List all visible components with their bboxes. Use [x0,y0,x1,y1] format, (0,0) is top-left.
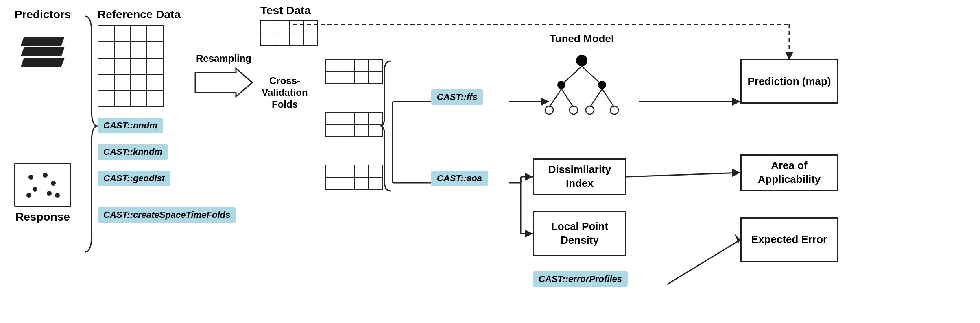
cast-nndm-box: CAST::nndm [98,118,163,133]
svg-marker-14 [525,173,533,181]
response-box [14,163,71,207]
resampling-label: Resampling [191,53,256,64]
svg-marker-20 [732,169,740,177]
lpd-label: Local Point Density [534,220,625,247]
cast-knndm-label: CAST::knndm [98,144,168,160]
reference-grid [98,25,164,107]
cv-folds-label-section: Cross-ValidationFolds [252,75,317,110]
resampling-arrow-svg [191,66,256,99]
tuned-model-tree-svg [537,48,626,130]
layers-icon [8,24,77,65]
dissimilarity-box: DissimilarityIndex [533,158,626,195]
cv-fold-1 [325,59,383,92]
cast-aoa-label: CAST::aoa [431,171,488,186]
prediction-label: Prediction (map) [747,75,831,88]
resampling-section: Resampling [191,53,256,100]
predictors-section: Predictors [8,8,77,73]
response-dots [22,171,63,199]
fold-grid-1 [325,59,383,84]
reference-data-label: Reference Data [98,8,181,21]
cast-ffs-box: CAST::ffs [431,89,483,105]
tuned-model-label: Tuned Model [537,33,626,45]
test-data-label: Test Data [260,4,318,17]
cast-geodist-box: CAST::geodist [98,171,170,186]
cast-createspacetimefolds-box: CAST::createSpaceTimeFolds [98,207,236,223]
svg-line-19 [626,173,740,177]
cast-errorprofiles-label: CAST::errorProfiles [533,271,628,287]
lpd-box: Local Point Density [533,211,626,256]
cast-geodist-label: CAST::geodist [98,171,170,186]
cv-fold-2 [325,112,383,145]
response-section: Response [8,163,77,223]
predictors-label: Predictors [8,8,77,21]
svg-marker-16 [525,230,533,238]
cast-knndm-box: CAST::knndm [98,144,168,160]
svg-marker-22 [734,234,740,243]
aoa-result-label: Area of Applicability [742,159,837,186]
svg-line-21 [667,240,740,284]
svg-marker-11 [732,98,740,106]
cast-nndm-label: CAST::nndm [98,118,163,133]
fold-grid-3 [325,165,383,190]
svg-line-35 [602,89,614,107]
cv-folds-label: Cross-ValidationFolds [252,75,317,110]
folds-brace-svg [378,59,395,193]
svg-point-24 [576,55,587,66]
reference-data-section: Reference Data [98,8,181,107]
test-data-section: Test Data [260,4,318,54]
fold-grid-2 [325,112,383,137]
svg-line-27 [582,66,602,85]
tuned-model-section: Tuned Model [537,33,626,131]
dissimilarity-label: DissimilarityIndex [548,163,611,191]
test-data-grid [260,20,318,46]
cv-fold-3 [325,165,383,198]
svg-line-33 [590,89,602,107]
cast-aoa-box: CAST::aoa [431,171,488,186]
cast-ffs-label: CAST::ffs [431,89,483,105]
aoa-result-box: Area of Applicability [740,154,838,191]
svg-line-29 [549,89,561,107]
diagram-container: Predictors Response Reference Data [0,0,980,323]
expected-error-box: Expected Error [740,217,838,262]
svg-line-31 [561,89,574,107]
expected-error-label: Expected Error [751,233,827,247]
response-label: Response [8,210,77,223]
prediction-box: Prediction (map) [740,59,838,104]
svg-marker-23 [195,68,252,97]
svg-point-28 [598,81,606,89]
svg-point-26 [557,81,565,89]
svg-line-25 [561,66,582,85]
cast-createspacetimefolds-label: CAST::createSpaceTimeFolds [98,207,236,223]
cast-errorprofiles-box: CAST::errorProfiles [533,271,628,287]
